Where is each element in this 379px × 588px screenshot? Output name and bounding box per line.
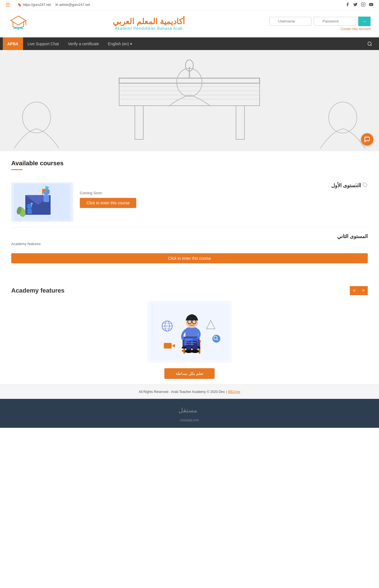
section-underline <box>11 169 22 170</box>
feature-image <box>147 301 232 363</box>
svg-text:مستقل: مستقل <box>178 407 197 414</box>
nav-brand[interactable]: APBA <box>3 37 23 50</box>
course-1-actions <box>355 182 368 189</box>
site-header: أكاديمية المعلم العربي Akademi Pendidika… <box>0 10 379 37</box>
features-title: Academy features <box>11 287 65 294</box>
course-1-thumbnail: ? <box>11 182 73 222</box>
float-chat-button[interactable] <box>361 133 373 146</box>
svg-rect-27 <box>27 209 32 214</box>
nav-verify-cert[interactable]: Verify a certificate <box>63 37 104 50</box>
features-section: Academy features < > <box>0 278 379 385</box>
username-input[interactable] <box>269 17 312 26</box>
course-2-enter-button[interactable]: Click to enter this course <box>11 253 368 263</box>
site-title: أكاديمية المعلم العربي Akademi Pendidika… <box>113 17 185 31</box>
site-logo <box>8 14 28 33</box>
facebook-icon[interactable] <box>345 2 350 8</box>
hero-banner <box>0 50 379 151</box>
footer-copyright: All Rights Reserved - Arab Teacher Acade… <box>0 385 379 399</box>
nav-language[interactable]: English (en) ▾ <box>103 37 137 50</box>
footer-dev-link[interactable]: BBZone <box>228 390 240 394</box>
tag-icon[interactable] <box>363 182 368 189</box>
course-item-1: ? المستوى الأول Coming Soon Click to ent… <box>11 177 368 228</box>
features-next-button[interactable]: > <box>359 286 368 295</box>
title-arabic: أكاديمية المعلم العربي <box>113 17 185 26</box>
youtube-icon[interactable] <box>369 2 373 8</box>
svg-rect-30 <box>46 186 46 191</box>
social-icons <box>345 2 373 8</box>
courses-section-title: Available courses <box>11 160 368 167</box>
course-item-2: المستوى الثاني Academy features Click to… <box>11 228 368 269</box>
svg-point-52 <box>191 350 199 353</box>
logo-area <box>8 14 28 33</box>
menu-icon[interactable]: ☰ <box>6 2 10 8</box>
course-1-info: المستوى الأول Coming Soon Click to enter… <box>73 182 368 208</box>
title-latin: Akademi Pendidikan Bahasa Arab <box>113 26 185 31</box>
course-1-title: المستوى الأول <box>80 182 361 189</box>
footer-brand: مستقل mostaql.com <box>0 399 379 428</box>
mostaql-logo: مستقل <box>6 404 373 417</box>
mostaql-text: mostaql.com <box>6 418 373 422</box>
course-2-subtitle: Academy features <box>11 242 368 246</box>
course-2-title: المستوى الثاني <box>11 233 368 239</box>
course-1-coming-soon: Coming Soon <box>80 191 361 195</box>
login-button[interactable]: → <box>358 17 371 26</box>
main-content: Available courses <box>0 151 379 278</box>
create-account-link[interactable]: Create new account <box>269 27 371 31</box>
top-url-link[interactable]: 🔖 https://guru247.net <box>17 3 51 7</box>
top-email-link[interactable]: ✉ admin@guru247.net <box>55 3 90 7</box>
course-1-enter-button[interactable]: Click to enter this course <box>80 198 136 208</box>
svg-rect-7 <box>0 50 379 151</box>
svg-rect-28 <box>42 189 43 195</box>
svg-rect-0 <box>361 3 365 6</box>
svg-rect-25 <box>44 195 49 202</box>
twitter-icon[interactable] <box>353 2 358 8</box>
edit-icon[interactable] <box>355 182 360 189</box>
feature-card: تعلم بكل بساطة <box>145 301 235 379</box>
site-email: admin@guru247.net <box>59 3 90 7</box>
features-header: Academy features < > <box>11 286 368 295</box>
svg-rect-62 <box>164 343 172 349</box>
site-url: https://guru247.net <box>23 3 51 7</box>
email-icon: ✉ <box>55 3 58 7</box>
nav-search-icon[interactable] <box>363 37 376 50</box>
svg-text:?: ? <box>30 202 33 207</box>
main-nav: APBA Live Support Chat Verify a certific… <box>0 37 379 50</box>
svg-line-6 <box>371 45 371 46</box>
features-prev-button[interactable]: < <box>350 286 359 295</box>
instagram-icon[interactable] <box>361 2 366 8</box>
svg-point-5 <box>368 42 371 45</box>
features-nav: < > <box>350 286 368 295</box>
feature-label: تعلم بكل بساطة <box>164 368 215 379</box>
nav-live-chat[interactable]: Live Support Chat <box>23 37 63 50</box>
auth-area: 👤 🔒 → <box>269 17 371 26</box>
top-bar: ☰ 🔖 https://guru247.net ✉ admin@guru247.… <box>0 0 379 10</box>
password-input[interactable] <box>314 17 356 26</box>
svg-point-59 <box>212 335 220 343</box>
url-icon: 🔖 <box>17 3 22 7</box>
